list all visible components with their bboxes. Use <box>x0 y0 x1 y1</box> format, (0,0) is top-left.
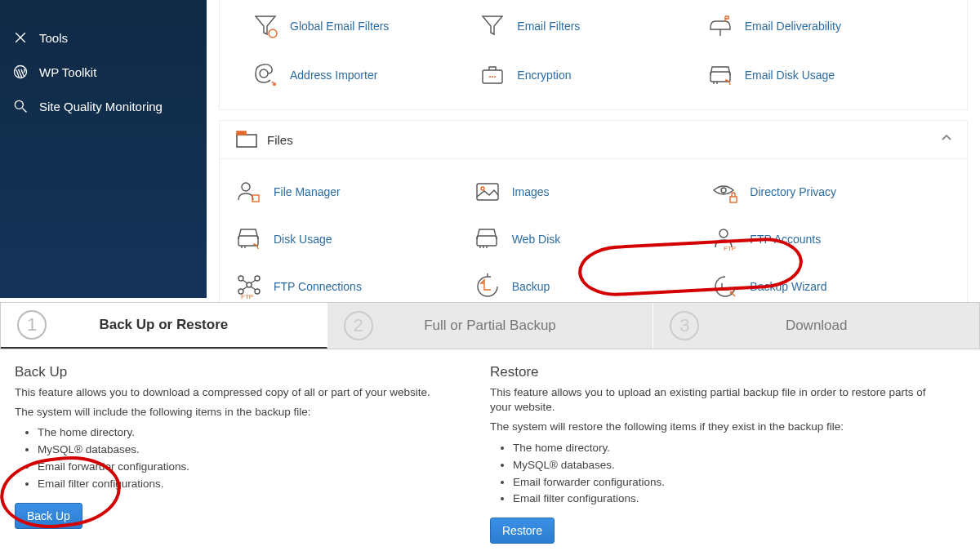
wizard-step-3[interactable]: 3 Download <box>653 303 979 349</box>
section-files-header[interactable]: Files <box>220 121 967 159</box>
svg-rect-16 <box>237 131 246 135</box>
list-item: The home directory. <box>513 440 941 457</box>
item-label: Encryption <box>517 69 571 82</box>
svg-point-21 <box>721 188 726 193</box>
svg-point-7 <box>260 69 268 78</box>
sidebar-item-wp-toolkit[interactable]: WP Toolkit <box>0 55 207 89</box>
item-ftp-accounts[interactable]: FTP FTP Accounts <box>712 226 951 252</box>
step-number: 1 <box>17 310 47 340</box>
main-content: Global Email Filters Email Filters <box>207 0 980 327</box>
backup-icon <box>474 273 501 300</box>
sidebar-item-label: Tools <box>39 31 68 45</box>
magnifier-icon <box>11 97 29 115</box>
item-web-disk[interactable]: Web Disk <box>474 226 713 252</box>
wordpress-icon <box>11 63 29 81</box>
svg-line-39 <box>243 287 247 290</box>
tools-icon <box>11 29 29 47</box>
item-email-deliverability[interactable]: Email Deliverability <box>707 13 934 39</box>
list-item: Email filter configurations. <box>38 476 466 493</box>
list-item: Email filter configurations. <box>513 491 941 508</box>
restore-title: Restore <box>490 364 941 380</box>
at-import-icon <box>252 62 278 88</box>
step-label: Back Up or Restore <box>99 317 228 333</box>
sidebar-item-tools[interactable]: Tools <box>0 20 207 55</box>
item-backup[interactable]: Backup <box>474 273 713 300</box>
list-item: The home directory. <box>38 424 466 442</box>
backup-wizard-icon <box>712 273 738 300</box>
funnel-icon <box>479 13 506 39</box>
wizard-step-1[interactable]: 1 Back Up or Restore <box>1 303 327 349</box>
ftp-connections-icon: FTP <box>236 273 262 300</box>
sidebar-item-label: WP Toolkit <box>39 65 96 79</box>
item-backup-wizard[interactable]: Backup Wizard <box>712 273 951 300</box>
list-item: MySQL® databases. <box>513 457 941 474</box>
item-label: File Manager <box>274 185 341 198</box>
svg-text:FTP: FTP <box>241 293 253 300</box>
web-disk-icon <box>474 226 501 252</box>
restore-note: The system will restore the following it… <box>490 420 941 434</box>
item-label: Email Deliverability <box>745 20 841 33</box>
backup-desc: This feature allows you to download a co… <box>15 385 466 400</box>
item-global-email-filters[interactable]: Global Email Filters <box>252 13 479 39</box>
item-ftp-connections[interactable]: FTP FTP Connections <box>236 273 474 300</box>
email-items-grid: Global Email Filters Email Filters <box>236 3 951 98</box>
backup-note: The system will include the following it… <box>15 405 466 420</box>
item-disk-usage[interactable]: Disk Usage <box>236 226 474 252</box>
svg-line-4 <box>23 109 27 113</box>
item-label: Global Email Filters <box>290 20 389 33</box>
svg-line-37 <box>243 280 247 283</box>
backup-button[interactable]: Back Up <box>15 503 82 529</box>
funnel-globe-icon <box>252 13 278 39</box>
item-images[interactable]: Images <box>474 179 713 205</box>
item-label: Address Importer <box>290 69 377 82</box>
backup-restore-panel: Back Up This feature allows you to downl… <box>0 356 980 551</box>
sidebar: Tools WP Toolkit Site Quality Monitoring <box>0 0 207 298</box>
files-items-grid: File Manager Images <box>220 159 967 316</box>
item-email-filters[interactable]: Email Filters <box>479 13 706 39</box>
svg-line-40 <box>251 287 256 290</box>
item-address-importer[interactable]: Address Importer <box>252 62 479 88</box>
wizard-steps: 1 Back Up or Restore 2 Full or Partial B… <box>0 302 980 349</box>
svg-point-17 <box>242 183 250 191</box>
item-file-manager[interactable]: File Manager <box>236 179 474 205</box>
restore-button[interactable]: Restore <box>490 518 555 544</box>
restore-items: The home directory. MySQL® databases. Em… <box>513 440 941 509</box>
backup-column: Back Up This feature allows you to downl… <box>15 364 490 544</box>
mailbox-icon <box>707 13 733 39</box>
step-label: Full or Partial Backup <box>424 318 556 334</box>
item-encryption[interactable]: Encryption <box>479 62 706 88</box>
section-email: Global Email Filters Email Filters <box>219 0 968 110</box>
svg-line-38 <box>251 280 256 283</box>
restore-desc: This feature allows you to upload an exi… <box>490 385 941 415</box>
item-email-disk-usage[interactable]: Email Disk Usage <box>707 62 934 88</box>
svg-point-11 <box>494 76 496 78</box>
item-label: Directory Privacy <box>750 185 836 198</box>
eye-lock-icon <box>712 179 738 205</box>
svg-text:FTP: FTP <box>724 245 736 252</box>
item-label: Email Filters <box>517 20 580 33</box>
user-file-icon <box>236 179 262 205</box>
folder-icon <box>236 131 257 149</box>
item-label: Disk Usage <box>274 233 332 246</box>
list-item: MySQL® databases. <box>38 442 466 459</box>
item-label: Web Disk <box>512 233 561 246</box>
svg-point-9 <box>489 76 491 78</box>
briefcase-icon <box>479 62 506 88</box>
section-title: Files <box>267 133 293 147</box>
list-item: Email forwarder configurations. <box>513 474 941 491</box>
svg-rect-15 <box>237 135 256 147</box>
svg-point-20 <box>481 187 484 190</box>
item-label: FTP Connections <box>274 280 362 293</box>
svg-point-5 <box>269 29 277 38</box>
item-label: Backup Wizard <box>750 280 826 293</box>
item-directory-privacy[interactable]: Directory Privacy <box>712 179 951 205</box>
item-label: Backup <box>512 280 550 293</box>
svg-point-30 <box>719 229 728 238</box>
image-icon <box>474 179 501 205</box>
wizard-step-2[interactable]: 2 Full or Partial Backup <box>327 303 654 349</box>
sidebar-item-label: Site Quality Monitoring <box>39 100 163 113</box>
svg-point-10 <box>492 76 493 78</box>
chevron-up-icon <box>941 132 952 144</box>
section-files: Files File Manager <box>219 120 968 317</box>
sidebar-item-site-quality[interactable]: Site Quality Monitoring <box>0 89 207 123</box>
